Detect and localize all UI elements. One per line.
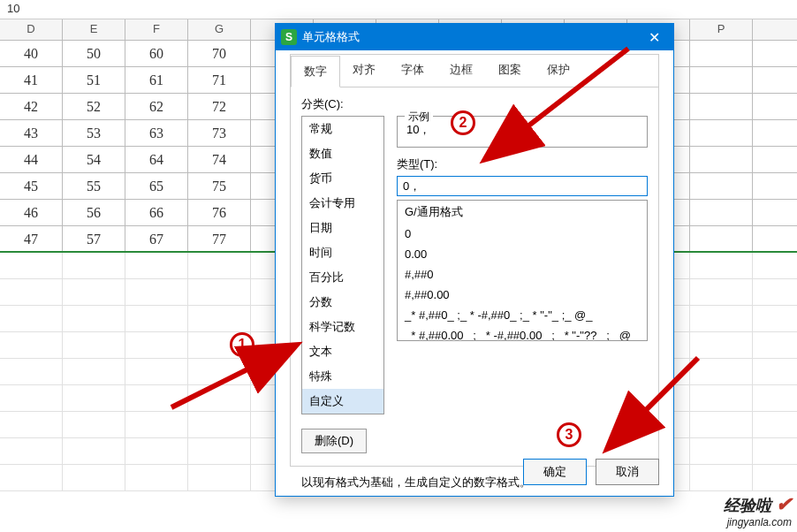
cell[interactable]	[0, 438, 63, 464]
cell[interactable]: 44	[0, 147, 63, 172]
cell[interactable]	[63, 359, 125, 384]
cell[interactable]	[63, 279, 125, 305]
cell[interactable]	[0, 385, 63, 411]
cell[interactable]: 52	[63, 94, 125, 119]
cell[interactable]: 63	[125, 120, 188, 146]
category-item[interactable]: 自定义	[302, 389, 383, 414]
dialog-titlebar[interactable]: S 单元格格式 ✕	[276, 24, 673, 50]
tab-字体[interactable]: 字体	[389, 55, 437, 87]
tab-数字[interactable]: 数字	[291, 56, 340, 87]
cell[interactable]: 43	[0, 120, 63, 146]
cell[interactable]	[690, 412, 753, 437]
cell[interactable]: 77	[188, 226, 251, 251]
cell[interactable]	[690, 147, 753, 172]
cell[interactable]	[0, 465, 63, 490]
cell[interactable]: 54	[63, 147, 125, 172]
column-header[interactable]: D	[0, 19, 63, 40]
cell[interactable]	[0, 332, 63, 358]
cell[interactable]: 56	[63, 200, 125, 225]
tab-对齐[interactable]: 对齐	[340, 55, 389, 87]
cell[interactable]	[753, 173, 797, 199]
cell[interactable]: 71	[188, 67, 251, 93]
cell[interactable]	[0, 359, 63, 384]
cell[interactable]	[0, 412, 63, 437]
format-item[interactable]: _* #,##0_ ;_ * -#,##0_ ;_ * "-"_ ;_ @_	[398, 305, 647, 325]
cell[interactable]: 67	[125, 226, 188, 251]
cell[interactable]: 42	[0, 94, 63, 119]
cell[interactable]: 61	[125, 67, 188, 93]
cell[interactable]	[690, 385, 753, 411]
cell[interactable]: 47	[0, 226, 63, 251]
cell[interactable]	[690, 253, 753, 278]
column-header[interactable]: E	[63, 19, 125, 40]
cell[interactable]: 65	[125, 173, 188, 199]
cell[interactable]	[690, 279, 753, 305]
cell[interactable]: 62	[125, 94, 188, 119]
column-header[interactable]: P	[690, 19, 753, 40]
cell[interactable]: 60	[125, 41, 188, 66]
cell[interactable]	[690, 438, 753, 464]
cell[interactable]	[125, 253, 188, 278]
cell[interactable]: 40	[0, 41, 63, 66]
category-item[interactable]: 百分比	[302, 265, 383, 290]
cell[interactable]: 53	[63, 120, 125, 146]
format-item[interactable]: 0	[398, 224, 647, 244]
category-item[interactable]: 特殊	[302, 364, 383, 389]
cell[interactable]	[125, 465, 188, 490]
category-item[interactable]: 日期	[302, 216, 383, 240]
category-item[interactable]: 会计专用	[302, 191, 383, 216]
cell[interactable]	[690, 332, 753, 358]
cell[interactable]	[188, 359, 251, 384]
cell[interactable]: 70	[188, 41, 251, 66]
cell[interactable]: 74	[188, 147, 251, 172]
cell[interactable]	[753, 200, 797, 225]
cancel-button[interactable]: 取消	[596, 459, 659, 485]
cell[interactable]	[188, 253, 251, 278]
cell[interactable]	[690, 465, 753, 490]
category-list[interactable]: 常规数值货币会计专用日期时间百分比分数科学记数文本特殊自定义	[301, 116, 384, 414]
category-item[interactable]: 常规	[302, 117, 383, 141]
cell[interactable]	[690, 200, 753, 225]
cell[interactable]	[188, 306, 251, 331]
tab-图案[interactable]: 图案	[486, 55, 535, 87]
cell[interactable]	[753, 465, 797, 490]
cell[interactable]	[63, 438, 125, 464]
cell[interactable]	[690, 226, 753, 251]
format-item[interactable]: #,##0	[398, 264, 647, 285]
cell[interactable]	[753, 94, 797, 119]
category-item[interactable]: 货币	[302, 166, 383, 191]
cell[interactable]	[125, 438, 188, 464]
cell[interactable]	[690, 94, 753, 119]
delete-button[interactable]: 删除(D)	[301, 429, 367, 453]
formula-bar[interactable]: 10	[0, 0, 797, 19]
cell[interactable]	[188, 385, 251, 411]
cell[interactable]	[753, 438, 797, 464]
cell[interactable]	[63, 465, 125, 490]
category-item[interactable]: 科学记数	[302, 315, 383, 339]
cell[interactable]	[188, 412, 251, 437]
cell[interactable]	[753, 67, 797, 93]
tab-保护[interactable]: 保护	[535, 55, 583, 87]
format-item[interactable]: 0.00	[398, 244, 647, 264]
cell[interactable]	[753, 306, 797, 331]
category-item[interactable]: 文本	[302, 339, 383, 364]
column-header[interactable]: F	[125, 19, 188, 40]
cell[interactable]	[753, 226, 797, 251]
category-item[interactable]: 时间	[302, 240, 383, 265]
cell[interactable]	[63, 385, 125, 411]
cell[interactable]	[63, 412, 125, 437]
cell[interactable]	[125, 306, 188, 331]
cell[interactable]	[753, 412, 797, 437]
cell[interactable]: 73	[188, 120, 251, 146]
format-item[interactable]: _* #,##0.00_ ;_ * -#,##0.00_ ;_ * "-"??_…	[398, 325, 647, 341]
close-icon[interactable]: ✕	[634, 24, 673, 50]
cell[interactable]	[753, 332, 797, 358]
cell[interactable]	[753, 359, 797, 384]
cell[interactable]	[690, 306, 753, 331]
cell[interactable]	[188, 279, 251, 305]
cell[interactable]: 75	[188, 173, 251, 199]
format-list[interactable]: G/通用格式00.00#,##0#,##0.00_* #,##0_ ;_ * -…	[397, 200, 648, 341]
cell[interactable]	[0, 279, 63, 305]
ok-button[interactable]: 确定	[523, 459, 587, 485]
cell[interactable]	[188, 465, 251, 490]
